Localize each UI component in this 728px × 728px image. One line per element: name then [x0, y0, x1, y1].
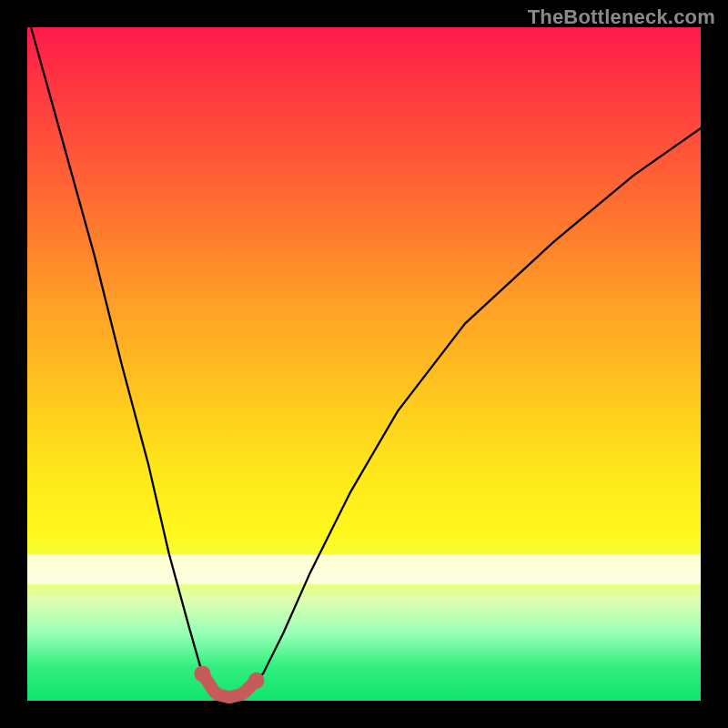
optimal-end-dot	[248, 672, 265, 689]
chart-frame: TheBottleneck.com	[0, 0, 728, 728]
bottleneck-curve	[27, 14, 701, 697]
chart-svg	[27, 27, 701, 701]
optimal-region-marker	[202, 673, 256, 697]
optimal-start-dot	[194, 665, 210, 682]
watermark-text: TheBottleneck.com	[528, 5, 715, 29]
plot-area	[27, 27, 701, 701]
